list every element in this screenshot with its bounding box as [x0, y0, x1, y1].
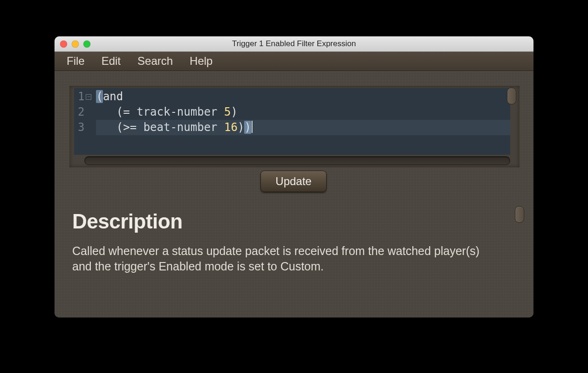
description-body: Called whenever a status update packet i…: [72, 243, 501, 274]
code-editor[interactable]: 1−23 (and (= track-number 5) (>= beat-nu…: [74, 88, 510, 155]
menu-help[interactable]: Help: [181, 53, 221, 69]
app-window: Trigger 1 Enabled Filter Expression File…: [55, 36, 533, 318]
code-line[interactable]: (>= beat-number 16)): [96, 120, 510, 135]
line-number: 3: [78, 120, 91, 135]
editor-vertical-scrollbar[interactable]: [507, 88, 516, 104]
maximize-icon[interactable]: [83, 41, 90, 48]
window-title: Trigger 1 Enabled Filter Expression: [55, 39, 533, 48]
menu-edit[interactable]: Edit: [93, 53, 129, 69]
window-controls: [60, 41, 90, 48]
line-number: 2: [78, 104, 91, 120]
text-caret: [252, 121, 253, 133]
description-scrollbar[interactable]: [515, 206, 524, 223]
minimize-icon[interactable]: [72, 41, 79, 48]
menu-search[interactable]: Search: [129, 53, 181, 69]
line-number: 1−: [78, 89, 91, 104]
editor-horizontal-scrollbar[interactable]: [84, 156, 510, 165]
code-body[interactable]: (and (= track-number 5) (>= beat-number …: [93, 88, 510, 155]
menubar: File Edit Search Help: [55, 52, 533, 71]
code-line[interactable]: (= track-number 5): [96, 104, 510, 120]
code-line[interactable]: (and: [96, 89, 510, 104]
menu-file[interactable]: File: [58, 53, 93, 69]
client-area: 1−23 (and (= track-number 5) (>= beat-nu…: [55, 71, 533, 318]
update-button[interactable]: Update: [260, 171, 327, 192]
fold-icon[interactable]: −: [86, 94, 91, 100]
description-heading: Description: [72, 210, 183, 233]
close-icon[interactable]: [60, 41, 67, 48]
editor-container: 1−23 (and (= track-number 5) (>= beat-nu…: [68, 85, 520, 168]
line-gutter: 1−23: [74, 88, 93, 155]
titlebar[interactable]: Trigger 1 Enabled Filter Expression: [55, 36, 533, 52]
